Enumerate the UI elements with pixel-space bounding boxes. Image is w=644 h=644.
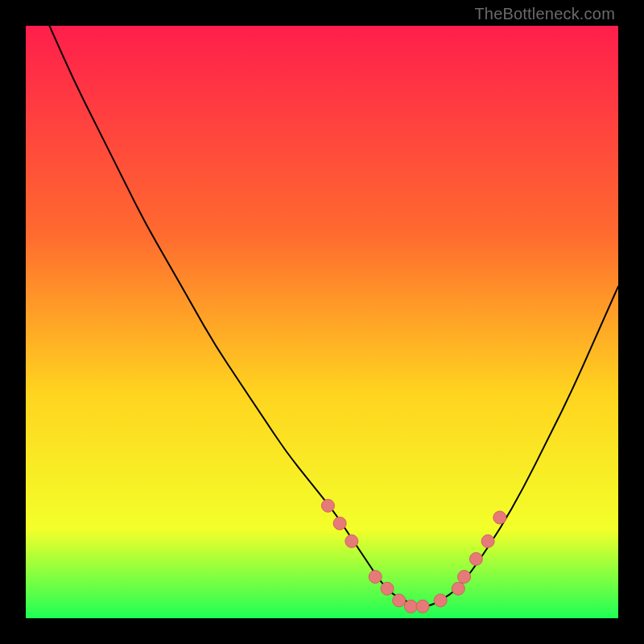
- highlight-dot: [416, 600, 429, 613]
- highlight-dot: [434, 594, 447, 607]
- highlight-dot: [381, 582, 394, 595]
- highlight-dot: [345, 535, 358, 547]
- highlight-dot: [493, 511, 506, 524]
- highlight-dot: [469, 552, 482, 565]
- highlight-dot: [458, 571, 471, 584]
- highlight-dot: [369, 571, 382, 584]
- highlight-dot: [333, 517, 346, 530]
- gradient-background: [26, 26, 618, 618]
- watermark-label: TheBottleneck.com: [474, 5, 615, 23]
- highlight-dot: [393, 594, 406, 607]
- chart-frame: [26, 26, 618, 618]
- highlight-dot: [404, 600, 417, 613]
- bottleneck-chart: [26, 26, 618, 618]
- highlight-dot: [321, 499, 334, 512]
- highlight-dot: [481, 535, 494, 547]
- highlight-dot: [452, 582, 464, 595]
